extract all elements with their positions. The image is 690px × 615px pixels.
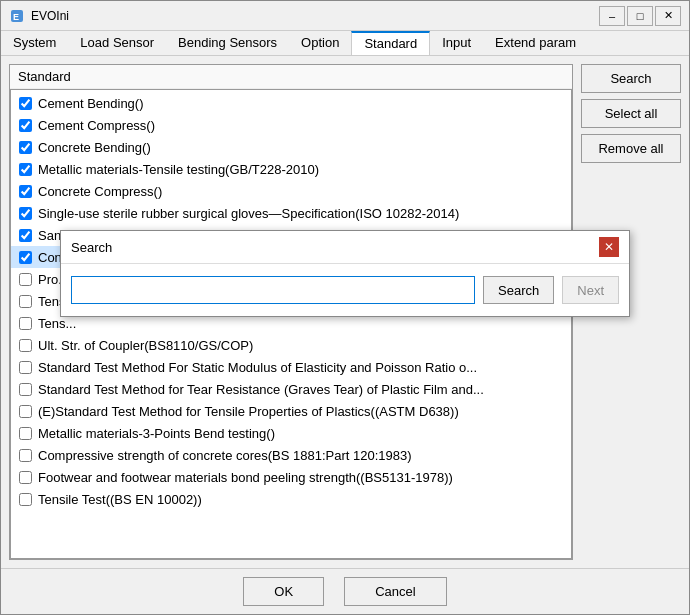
dialog-overlay: Search ✕ Search Next [0,0,690,615]
dialog-title-bar: Search ✕ [61,231,629,264]
dialog-title: Search [71,240,112,255]
dialog-search-button[interactable]: Search [483,276,554,304]
search-input[interactable] [71,276,475,304]
dialog-body: Search Next [61,264,629,316]
dialog-close-button[interactable]: ✕ [599,237,619,257]
dialog-next-button[interactable]: Next [562,276,619,304]
search-dialog: Search ✕ Search Next [60,230,630,317]
